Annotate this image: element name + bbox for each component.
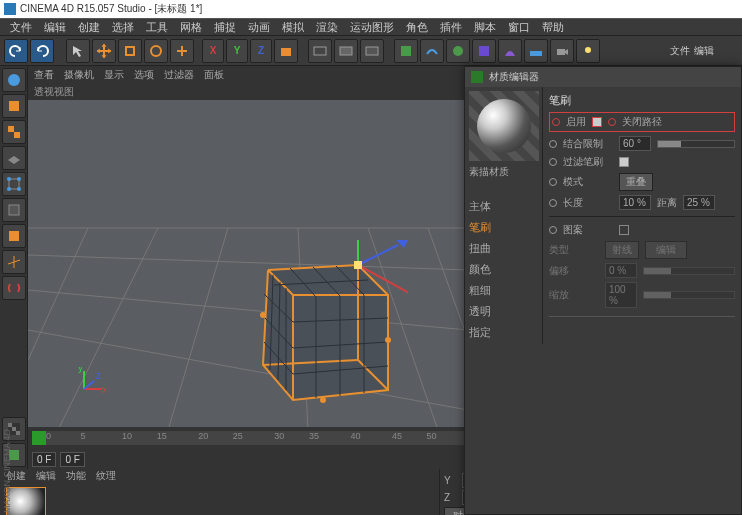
menu-render[interactable]: 渲染 [310,20,344,35]
lock-x[interactable]: X [202,39,224,63]
make-editable[interactable] [2,68,26,92]
point-mode[interactable] [2,172,26,196]
scale-slider[interactable] [643,291,735,299]
move-tool[interactable] [92,39,116,63]
mode-dropdown[interactable]: 重叠 [619,173,653,191]
offset-value[interactable]: 0 % [605,263,637,278]
enable-check[interactable] [592,117,602,127]
add-spline[interactable] [420,39,444,63]
vp-filter[interactable]: 过滤器 [164,68,194,82]
lock-z[interactable]: Z [250,39,272,63]
menu-create[interactable]: 创建 [72,20,106,35]
menu-script[interactable]: 脚本 [468,20,502,35]
pattern-radio[interactable] [549,226,557,234]
menu-tools[interactable]: 工具 [140,20,174,35]
vp-camera[interactable]: 摄像机 [64,68,94,82]
menu-edit[interactable]: 编辑 [38,20,72,35]
pattern-check[interactable] [619,225,629,235]
material-preview[interactable] [469,91,539,161]
ch-main[interactable]: 主体 [469,199,538,214]
menu-mograph[interactable]: 运动图形 [344,20,400,35]
mm-function[interactable]: 功能 [66,469,86,485]
dist-value[interactable]: 25 % [683,195,715,210]
close-radio[interactable] [608,118,616,126]
menu-animate[interactable]: 动画 [242,20,276,35]
add-camera[interactable] [550,39,574,63]
edit-button[interactable]: 编辑 [645,241,687,259]
length-value[interactable]: 10 % [619,195,651,210]
timeline-cursor[interactable] [32,431,46,445]
select-tool[interactable] [66,39,90,63]
rs-edit[interactable]: 编辑 [694,44,714,58]
menu-help[interactable]: 帮助 [536,20,570,35]
add-generator[interactable] [472,39,496,63]
menu-window[interactable]: 窗口 [502,20,536,35]
app-icon [4,3,16,15]
texture-mode[interactable] [2,120,26,144]
offset-slider[interactable] [643,267,735,275]
edge-mode[interactable] [2,198,26,222]
svg-rect-9 [530,51,542,56]
menu-mesh[interactable]: 网格 [174,20,208,35]
workplane-mode[interactable] [2,146,26,170]
range-start[interactable]: 0 F [32,452,56,467]
filter-radio[interactable] [549,158,557,166]
type-dropdown[interactable]: 射线 [605,241,639,259]
menu-plugins[interactable]: 插件 [434,20,468,35]
undo-button[interactable] [4,39,28,63]
lastused-tool[interactable] [170,39,194,63]
ch-brush[interactable]: 笔刷 [469,220,538,235]
render-pv[interactable] [334,39,358,63]
ch-color[interactable]: 颜色 [469,262,538,277]
length-radio[interactable] [549,199,557,207]
add-nurbs[interactable] [446,39,470,63]
scale-tool[interactable] [118,39,142,63]
enable-radio[interactable] [552,118,560,126]
add-environment[interactable] [524,39,548,63]
current-frame[interactable]: 0 F [60,452,84,467]
menu-select[interactable]: 选择 [106,20,140,35]
ch-opacity[interactable]: 透明 [469,304,538,319]
menu-simulate[interactable]: 模拟 [276,20,310,35]
svg-line-39 [428,228,468,340]
rotate-tool[interactable] [144,39,168,63]
ch-thickness[interactable]: 粗细 [469,283,538,298]
limit-slider[interactable] [657,140,735,148]
add-cube[interactable] [394,39,418,63]
filter-check[interactable] [619,157,629,167]
cube-object[interactable] [228,240,408,420]
menu-character[interactable]: 角色 [400,20,434,35]
axis-mode[interactable] [2,250,26,274]
material-editor-name[interactable]: 素描材质 [469,165,538,179]
svg-point-64 [260,312,266,318]
svg-rect-2 [281,48,291,56]
add-light[interactable] [576,39,600,63]
vp-options[interactable]: 选项 [134,68,154,82]
svg-text:z: z [96,370,101,381]
mm-edit[interactable]: 编辑 [36,469,56,485]
vp-view[interactable]: 查看 [34,68,54,82]
lock-y[interactable]: Y [226,39,248,63]
coord-system[interactable] [274,39,298,63]
material-editor-titlebar[interactable]: 材质编辑器 [465,67,741,87]
vp-display[interactable]: 显示 [104,68,124,82]
ch-assign[interactable]: 指定 [469,325,538,340]
limit-radio[interactable] [549,140,557,148]
scale-value[interactable]: 100 % [605,282,637,308]
model-mode[interactable] [2,94,26,118]
add-deformer[interactable] [498,39,522,63]
snap-toggle[interactable] [2,276,26,300]
render-settings[interactable] [360,39,384,63]
polygon-mode[interactable] [2,224,26,248]
vp-panel[interactable]: 面板 [204,68,224,82]
menu-file[interactable]: 文件 [4,20,38,35]
ch-distort[interactable]: 扭曲 [469,241,538,256]
rs-file[interactable]: 文件 [670,44,690,58]
limit-value[interactable]: 60 ° [619,136,651,151]
mode-radio[interactable] [549,178,557,186]
render-view[interactable] [308,39,332,63]
redo-button[interactable] [30,39,54,63]
mm-texture[interactable]: 纹理 [96,469,116,485]
menu-snap[interactable]: 捕捉 [208,20,242,35]
material-thumbnail[interactable] [6,487,46,515]
